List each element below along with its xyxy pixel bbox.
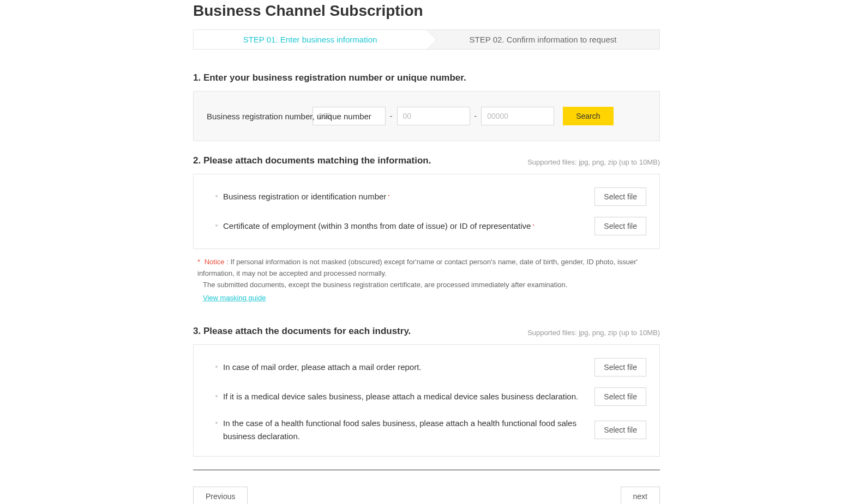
step-1: STEP 01. Enter business information [194,30,426,49]
required-mark: . [387,187,390,198]
document-label: If it is a medical device sales business… [223,390,578,403]
next-button[interactable]: next [621,487,660,504]
dash-separator: - [473,112,478,120]
notice-star: * [197,258,200,266]
select-file-button[interactable]: Select file [594,358,646,377]
business-number-input-2[interactable] [397,107,470,125]
select-file-button[interactable]: Select file [594,217,646,235]
step-2: STEP 02. Confirm information to request [426,30,659,49]
masking-guide-link[interactable]: View masking guide [203,294,266,302]
notice-text-2: The submitted documents, except the busi… [197,280,658,291]
documents-box: Business registration or identification … [193,174,660,249]
business-number-box: Business registration number, unique num… [193,91,660,141]
select-file-button[interactable]: Select file [594,387,646,406]
section-2-title: 2. Please attach documents matching the … [193,155,431,166]
document-row: In case of mail order, please attach a m… [207,353,646,382]
document-row: Business registration or identification … [207,182,646,211]
bullet-icon [215,422,218,424]
select-file-button[interactable]: Select file [594,421,646,439]
dash-separator: - [389,112,394,120]
business-number-label: Business registration number, unique num… [207,112,371,121]
required-mark: . [532,217,534,228]
document-label: In the case of a health functional food … [223,417,584,443]
page-title: Business Channel Subscription [193,2,660,20]
document-label: Certificate of employment (within 3 mont… [223,220,534,233]
section-3-title: 3. Please attach the documents for each … [193,326,411,337]
search-button[interactable]: Search [563,107,613,125]
bullet-icon [215,195,218,197]
divider [193,470,660,470]
step-indicator: STEP 01. Enter business information STEP… [193,29,660,50]
bullet-icon [215,395,218,397]
notice-block: * Notice : If personal information is no… [193,257,660,304]
document-row: If it is a medical device sales business… [207,382,646,411]
notice-label: Notice [205,258,225,266]
document-label: In case of mail order, please attach a m… [223,361,422,374]
industry-documents-box: In case of mail order, please attach a m… [193,344,660,457]
section-1-title: 1. Enter your business registration numb… [193,72,466,83]
section-3-hint: Supported files: jpg, png, zip (up to 10… [527,329,660,337]
document-row: In the case of a health functional food … [207,411,646,448]
previous-button[interactable]: Previous [193,487,248,504]
business-number-input-3[interactable] [481,107,554,125]
bullet-icon [215,224,218,227]
document-row: Certificate of employment (within 3 mont… [207,211,646,241]
notice-text-1: : If personal information is not masked … [197,258,638,277]
bullet-icon [215,366,218,368]
select-file-button[interactable]: Select file [594,187,646,206]
document-label: Business registration or identification … [223,190,390,203]
section-2-hint: Supported files: jpg, png, zip (up to 10… [527,158,660,166]
nav-row: Previous next [193,487,660,504]
